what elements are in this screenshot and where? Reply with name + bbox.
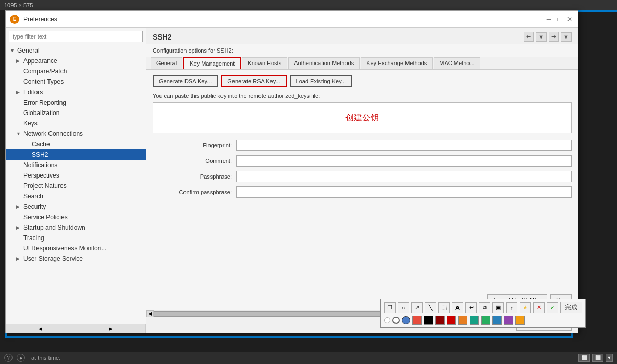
toolbar-colors-row [384, 316, 582, 325]
close-button[interactable]: ✕ [565, 15, 574, 23]
sidebar-item-perspectives[interactable]: Perspectives [6, 170, 146, 181]
color-green[interactable] [481, 316, 490, 325]
status-btn-3[interactable]: ▼ [606, 354, 613, 362]
sidebar-item-ssh2[interactable]: SSH2 [6, 149, 146, 160]
dot-medium[interactable] [392, 317, 400, 324]
tree-toggle-network[interactable]: ▼ [16, 131, 21, 136]
sidebar-label-error-reporting: Error Reporting [23, 99, 66, 106]
tree-toggle-user-storage[interactable]: ▶ [16, 256, 21, 261]
tab-mac-methods[interactable]: MAC Metho... [434, 57, 480, 70]
generate-dsa-button[interactable]: Generate DSA Key... [153, 75, 218, 87]
confirm-passphrase-label-text: Confirm passphrase: [179, 189, 232, 195]
fingerprint-row: Fingerprint: [153, 140, 572, 151]
comment-label-text: Comment: [205, 158, 232, 164]
passphrase-input[interactable] [236, 171, 572, 182]
sidebar-item-cache[interactable]: Cache [6, 139, 146, 149]
tree-toggle-startup[interactable]: ▶ [16, 225, 21, 230]
help-icon[interactable]: ? [4, 354, 13, 362]
color-darkred[interactable] [435, 316, 445, 325]
tool-device[interactable]: ▣ [492, 302, 504, 313]
record-icon[interactable]: ● [17, 354, 25, 362]
sidebar-item-notifications[interactable]: Notifications [6, 160, 146, 170]
tool-line[interactable]: ╲ [425, 302, 436, 313]
confirm-passphrase-input[interactable] [236, 186, 572, 198]
sidebar-label-compare: Compare/Patch [23, 68, 67, 75]
nav-forward-dropdown[interactable]: ▼ [561, 32, 572, 42]
sidebar: ▼ General ▶ Appearance Compare/Patch Con… [6, 28, 146, 333]
fingerprint-input[interactable] [236, 140, 572, 151]
passphrase-label-text: Passphrase: [200, 173, 232, 180]
sidebar-scroll-left[interactable]: ◀ [6, 324, 76, 333]
load-existing-button[interactable]: Load Existing Key... [290, 75, 352, 87]
tool-delete[interactable]: ✕ [533, 302, 545, 313]
content-title: SSH2 [153, 33, 172, 41]
sidebar-item-search[interactable]: Search [6, 191, 146, 202]
dot-small[interactable] [384, 317, 390, 323]
tree-container: ▼ General ▶ Appearance Compare/Patch Con… [6, 45, 146, 324]
comment-input[interactable] [236, 155, 572, 167]
sidebar-item-compare-patch[interactable]: Compare/Patch [6, 66, 146, 77]
color-teal[interactable] [470, 316, 479, 325]
sidebar-label-keys: Keys [23, 120, 38, 127]
color-yellow-orange[interactable] [515, 316, 525, 325]
tab-general[interactable]: General [151, 57, 182, 70]
sidebar-item-general[interactable]: ▼ General [6, 45, 146, 56]
tree-toggle-general[interactable]: ▼ [10, 48, 15, 53]
sidebar-item-appearance[interactable]: ▶ Appearance [6, 56, 146, 66]
status-btn-1[interactable]: ⬜ [578, 354, 590, 362]
app-icon: E [10, 15, 19, 24]
tool-text[interactable]: A [452, 302, 463, 313]
sidebar-item-tracing[interactable]: Tracing [6, 233, 146, 243]
sidebar-item-ui-responsiveness[interactable]: UI Responsiveness Monitori... [6, 243, 146, 254]
nav-dropdown[interactable]: ▼ [536, 32, 547, 42]
color-red2[interactable] [447, 316, 456, 325]
tool-rect[interactable]: ☐ [384, 302, 396, 313]
maximize-button[interactable]: □ [555, 15, 563, 23]
sidebar-item-content-types[interactable]: Content Types [6, 77, 146, 87]
nav-forward[interactable]: ➡ [549, 32, 559, 42]
tab-key-management[interactable]: Key Management [183, 57, 241, 70]
filter-input[interactable] [9, 31, 143, 42]
tab-auth-methods[interactable]: Authentication Methods [288, 57, 360, 70]
color-black[interactable] [424, 316, 433, 325]
sidebar-scroll-right[interactable]: ▶ [76, 324, 146, 333]
tab-known-hosts[interactable]: Known Hosts [242, 57, 287, 70]
preferences-window: E Preferences ─ □ ✕ ▼ General ▶ Appearan… [5, 10, 578, 333]
sidebar-item-network-connections[interactable]: ▼ Network Connections [6, 129, 146, 139]
sidebar-label-editors: Editors [23, 89, 43, 96]
color-orange[interactable] [458, 316, 467, 325]
color-purple[interactable] [504, 316, 513, 325]
nav-back[interactable]: ⬅ [524, 32, 534, 42]
h-scroll-left[interactable]: ◀ [146, 310, 154, 318]
sidebar-item-startup-shutdown[interactable]: ▶ Startup and Shutdown [6, 222, 146, 233]
sidebar-item-security[interactable]: ▶ Security [6, 202, 146, 212]
sidebar-item-project-natures[interactable]: Project Natures [6, 181, 146, 191]
tree-toggle-appearance[interactable]: ▶ [16, 58, 21, 64]
tool-crop[interactable]: ⬚ [438, 302, 450, 313]
color-blue[interactable] [492, 316, 502, 325]
sidebar-item-keys[interactable]: Keys [6, 118, 146, 129]
tool-share[interactable]: ↑ [506, 302, 517, 313]
tool-copy[interactable]: ⧉ [479, 302, 490, 313]
header-nav: ⬅ ▼ ➡ ▼ [524, 32, 572, 42]
generate-rsa-button[interactable]: Generate RSA Key... [221, 75, 286, 87]
tree-toggle-editors[interactable]: ▶ [16, 90, 21, 95]
sidebar-item-error-reporting[interactable]: Error Reporting [6, 97, 146, 108]
sidebar-item-editors[interactable]: ▶ Editors [6, 87, 146, 97]
dot-large[interactable] [402, 316, 410, 324]
tool-done[interactable]: 完成 [560, 302, 582, 313]
tool-check[interactable]: ✓ [547, 302, 558, 313]
tool-undo[interactable]: ↩ [465, 302, 477, 313]
sidebar-item-globalization[interactable]: Globalization [6, 108, 146, 118]
minimize-button[interactable]: ─ [545, 15, 553, 23]
color-red[interactable] [412, 316, 422, 325]
tree-toggle-security[interactable]: ▶ [16, 204, 21, 209]
status-btn-2[interactable]: ⬜ [592, 354, 603, 362]
sidebar-item-service-policies[interactable]: Service Policies [6, 212, 146, 222]
confirm-passphrase-label: Confirm passphrase: [153, 189, 236, 195]
tab-key-exchange[interactable]: Key Exchange Methods [361, 57, 433, 70]
tool-star[interactable]: ★ [520, 302, 531, 313]
tool-arrow[interactable]: ↗ [411, 302, 423, 313]
sidebar-item-user-storage[interactable]: ▶ User Storage Service [6, 254, 146, 264]
tool-oval[interactable]: ○ [398, 302, 409, 313]
